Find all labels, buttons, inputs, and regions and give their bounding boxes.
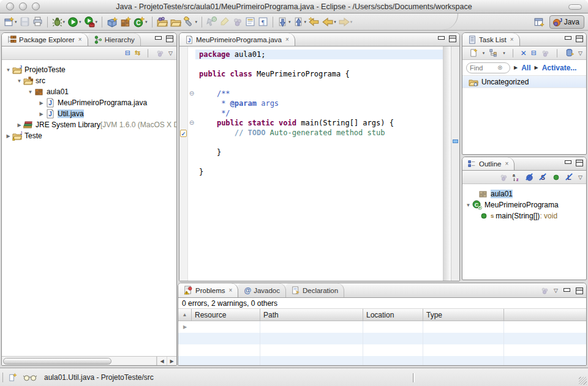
show-source-selected-button[interactable] xyxy=(244,15,257,29)
table-row[interactable] xyxy=(178,356,586,366)
annotation-ruler[interactable]: ✓ xyxy=(179,46,188,281)
maximize-panel-button[interactable] xyxy=(576,35,583,42)
maximize-panel-button[interactable] xyxy=(166,35,173,42)
tree-item-jre-system-library[interactable]: ▶ JRE System Library [JVM 1.6.0 (MacOS X… xyxy=(2,119,176,130)
column-header-path[interactable]: Path xyxy=(260,309,363,321)
categorize-icon[interactable] xyxy=(489,48,498,58)
code-line[interactable]: /** xyxy=(195,89,443,98)
activate-link[interactable]: Activate... xyxy=(542,64,577,72)
scroll-right-icon[interactable]: ▶ xyxy=(167,357,176,365)
code-line[interactable]: // TODO Auto-generated method stub xyxy=(195,128,443,138)
code-line[interactable] xyxy=(195,59,443,69)
mark-occurrences-button[interactable] xyxy=(218,15,231,29)
all-filter-link[interactable]: All xyxy=(521,64,530,72)
minimize-panel-button[interactable] xyxy=(154,35,162,42)
save-button[interactable] xyxy=(18,15,31,29)
print-button[interactable] xyxy=(31,15,44,29)
link-with-editor-icon[interactable]: ⇆ xyxy=(135,50,140,56)
search-button[interactable]: ▾ xyxy=(183,15,199,29)
forward-button[interactable]: ▾ xyxy=(337,15,354,29)
collapse-all-icon[interactable]: ⊟ xyxy=(125,50,130,56)
tree-item-projetoteste[interactable]: ▼ J ProjetoTeste xyxy=(2,64,176,75)
focus-task-icon[interactable] xyxy=(540,286,549,295)
breadcrumb-toggle-button[interactable]: G xyxy=(205,15,218,29)
code-line[interactable]: public static void main(String[] args) { xyxy=(195,118,443,128)
expander-closed-icon[interactable]: ▶ xyxy=(37,100,45,106)
activate-arrow-icon[interactable]: ▶ xyxy=(535,65,538,70)
hide-non-public-icon[interactable] xyxy=(552,173,560,182)
java-perspective-button[interactable]: J Java xyxy=(549,15,584,29)
expander-open-icon[interactable]: ▼ xyxy=(26,89,34,95)
dropdown-icon[interactable]: ▾ xyxy=(483,51,485,56)
code-line[interactable]: public class MeuPrimeiroPrograma { xyxy=(195,69,443,79)
tab-meuprimeiroprograma-editor[interactable]: J MeuPrimeiroPrograma.java × xyxy=(179,33,295,46)
next-annotation-button[interactable]: ▾ xyxy=(276,15,292,29)
minimize-panel-button[interactable] xyxy=(563,288,571,294)
tab-problems[interactable]: ! Problems × xyxy=(178,283,238,297)
overview-ruler[interactable] xyxy=(451,46,459,281)
close-icon[interactable]: × xyxy=(78,36,82,43)
find-input[interactable] xyxy=(470,64,496,72)
show-whitespace-button[interactable]: ¶ xyxy=(257,15,270,29)
code-line[interactable] xyxy=(195,157,443,167)
fold-collapse-icon[interactable]: ⊖ xyxy=(188,118,195,128)
scroll-left-icon[interactable]: ◀ xyxy=(157,357,167,365)
tab-javadoc[interactable]: @ Javadoc xyxy=(238,283,286,297)
window-resize-grip[interactable] xyxy=(579,377,587,385)
code-line[interactable] xyxy=(195,79,443,89)
outline-item-aula01[interactable]: aula01 xyxy=(462,188,586,199)
new-java-package-button[interactable] xyxy=(119,15,132,29)
tree-item-aula01[interactable]: ▼ aula01 xyxy=(2,86,176,97)
dropdown-icon[interactable]: ▾ xyxy=(503,51,505,56)
view-menu-icon[interactable]: ▽ xyxy=(578,50,582,56)
view-menu-icon[interactable]: ▽ xyxy=(554,288,558,294)
code-line[interactable]: * @param args xyxy=(195,98,443,108)
back-button[interactable]: ▾ xyxy=(321,15,337,29)
hide-completed-icon[interactable]: ✕ xyxy=(521,50,527,57)
close-icon[interactable]: × xyxy=(510,36,514,43)
tab-outline[interactable]: Outline × xyxy=(462,157,514,170)
view-menu-icon[interactable]: ▽ xyxy=(168,50,173,56)
column-header-location[interactable]: Location xyxy=(363,309,423,321)
new-java-project-button[interactable] xyxy=(105,15,119,29)
new-wizard-shortcut-icon[interactable] xyxy=(8,373,17,382)
package-explorer-hscrollbar[interactable]: ◀ ▶ xyxy=(2,356,176,365)
focus-task-icon[interactable] xyxy=(499,173,508,182)
column-header-type[interactable]: Type xyxy=(423,309,504,321)
hide-fields-icon[interactable] xyxy=(525,173,534,182)
tab-declaration[interactable]: Declaration xyxy=(286,283,344,297)
tree-item-src[interactable]: ▼ src xyxy=(2,75,176,86)
code-line[interactable] xyxy=(195,138,443,147)
run-button[interactable]: ▾ xyxy=(66,15,83,29)
hscrollbar-thumb[interactable] xyxy=(3,358,111,365)
maximize-panel-button[interactable] xyxy=(449,35,456,42)
editor-vscrollbar[interactable] xyxy=(443,46,451,281)
open-perspective-button[interactable] xyxy=(532,15,546,29)
code-area[interactable]: package aula01; public class MeuPrimeiro… xyxy=(195,46,443,281)
previous-annotation-button[interactable]: ▾ xyxy=(292,15,308,29)
new-java-class-button[interactable]: C ▾ xyxy=(132,15,149,29)
code-line[interactable]: */ xyxy=(195,108,443,118)
debug-button[interactable]: ▾ xyxy=(51,15,67,29)
maximize-panel-button[interactable] xyxy=(576,288,583,294)
minimize-panel-button[interactable] xyxy=(564,160,572,166)
tree-item-meuprimeiroprograma[interactable]: ▶ J MeuPrimeiroPrograma.java xyxy=(2,97,176,108)
close-icon[interactable]: × xyxy=(285,36,289,43)
collapse-all-icon[interactable]: ⊟ xyxy=(531,50,537,56)
code-line[interactable]: package aula01; xyxy=(195,50,443,59)
toolbar-toggle-button[interactable] xyxy=(568,4,582,10)
close-icon[interactable]: × xyxy=(505,160,508,167)
tab-task-list[interactable]: Task List × xyxy=(462,33,520,46)
new-wizard-button[interactable]: ▾ xyxy=(2,15,18,29)
outline-item-main-method[interactable]: S main(String[]) : void xyxy=(462,210,586,221)
expander-closed-icon[interactable]: ▶ xyxy=(15,122,23,128)
minimize-panel-button[interactable] xyxy=(564,35,572,42)
synchronize-icon[interactable] xyxy=(565,48,574,58)
view-menu-icon[interactable]: ▽ xyxy=(578,174,582,180)
task-category-uncategorized[interactable]: Uncategorized xyxy=(462,76,586,88)
sort-column-header[interactable]: ▲ xyxy=(178,309,192,321)
expander-open-icon[interactable]: ▼ xyxy=(15,78,23,84)
focus-active-task-button[interactable] xyxy=(231,15,244,29)
table-row[interactable]: ▶ xyxy=(178,321,586,333)
tree-item-util[interactable]: ▶ J Util.java xyxy=(2,108,176,119)
